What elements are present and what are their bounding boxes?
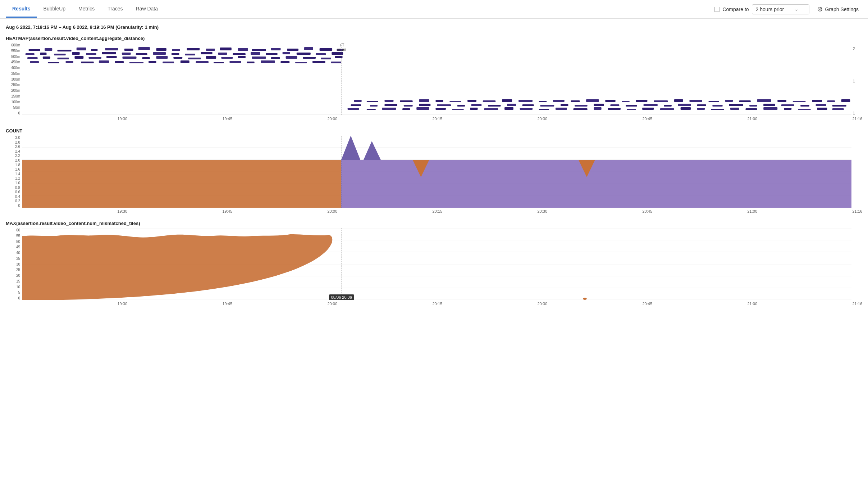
- tab-metrics[interactable]: Metrics: [72, 1, 101, 18]
- svg-rect-78: [295, 62, 307, 63]
- svg-rect-68: [129, 62, 143, 63]
- svg-rect-95: [586, 99, 599, 102]
- tab-rawdata[interactable]: Raw Data: [129, 1, 164, 18]
- svg-rect-50: [156, 56, 168, 59]
- svg-rect-23: [40, 53, 47, 55]
- svg-rect-151: [539, 109, 549, 110]
- svg-rect-54: [221, 57, 233, 59]
- svg-rect-26: [86, 53, 96, 55]
- gear-icon: [817, 6, 823, 12]
- svg-rect-100: [674, 99, 683, 102]
- svg-rect-96: [605, 100, 615, 102]
- svg-rect-80: [331, 62, 341, 63]
- tab-traces[interactable]: Traces: [101, 1, 129, 18]
- svg-rect-20: [320, 48, 332, 51]
- tab-bubbleup[interactable]: BubbleUp: [37, 1, 72, 18]
- main-content: Aug 6 2022, 7:19:16 PM – Aug 6 2022, 9:1…: [0, 19, 868, 306]
- svg-rect-150: [520, 108, 533, 110]
- max-dashed-line: [342, 228, 342, 300]
- svg-rect-156: [627, 109, 636, 110]
- svg-rect-111: [351, 104, 361, 106]
- heatmap-container: 600m 550m 500m 450m 400m 350m 300m 250m …: [6, 43, 862, 115]
- svg-rect-82: [367, 101, 378, 102]
- heatmap-legend-right: 2 1 1: [851, 43, 862, 115]
- svg-rect-48: [122, 57, 136, 59]
- svg-rect-132: [712, 105, 722, 107]
- graph-settings-button[interactable]: Graph Settings: [814, 4, 862, 14]
- svg-rect-107: [793, 101, 805, 102]
- svg-rect-84: [400, 100, 412, 102]
- svg-rect-52: [188, 58, 201, 59]
- svg-rect-166: [798, 109, 810, 110]
- chevron-down-icon: ⌵: [795, 7, 798, 12]
- svg-rect-154: [594, 107, 601, 110]
- svg-rect-81: [354, 100, 361, 102]
- svg-rect-116: [437, 104, 451, 106]
- svg-rect-31: [172, 53, 179, 55]
- max-title: MAX(assertion.result.video_content.num_m…: [6, 221, 862, 226]
- svg-rect-29: [136, 53, 147, 55]
- svg-rect-17: [271, 48, 281, 50]
- svg-rect-86: [435, 100, 443, 102]
- svg-rect-74: [230, 61, 241, 63]
- svg-rect-10: [156, 48, 166, 51]
- svg-rect-34: [218, 53, 227, 55]
- svg-point-191: [583, 298, 587, 300]
- svg-rect-37: [266, 53, 278, 55]
- svg-rect-14: [220, 48, 232, 50]
- svg-rect-12: [187, 48, 200, 50]
- svg-rect-152: [556, 108, 567, 110]
- count-section: COUNT 3.0 2.8 2.6 2.4 2.2 2.0 1.8 1.6 1.…: [6, 128, 862, 213]
- svg-rect-59: [303, 57, 315, 59]
- svg-rect-146: [452, 109, 464, 110]
- svg-rect-55: [238, 56, 246, 58]
- svg-rect-93: [553, 100, 565, 102]
- svg-rect-120: [507, 104, 516, 106]
- svg-rect-92: [539, 101, 547, 102]
- count-svg: [22, 136, 851, 208]
- svg-rect-75: [247, 62, 254, 63]
- tab-results[interactable]: Results: [6, 1, 37, 18]
- svg-rect-88: [467, 100, 476, 102]
- compare-dropdown[interactable]: 2 hours prior ⌵: [752, 4, 809, 14]
- date-range: Aug 6 2022, 7:19:16 PM – Aug 6 2022, 9:1…: [6, 24, 862, 30]
- svg-rect-122: [540, 105, 554, 107]
- svg-rect-83: [385, 100, 394, 102]
- svg-rect-4: [58, 50, 72, 51]
- svg-rect-121: [522, 104, 534, 106]
- svg-rect-5: [77, 48, 86, 50]
- heatmap-x-axis: 19:30 19:45 20:00 20:15 20:30 20:45 21:0…: [6, 115, 862, 121]
- svg-rect-165: [784, 108, 791, 110]
- heatmap-svg: [22, 43, 851, 115]
- svg-rect-99: [654, 100, 668, 102]
- svg-rect-117: [457, 105, 465, 107]
- svg-rect-161: [711, 109, 724, 110]
- svg-rect-129: [664, 105, 671, 107]
- svg-rect-123: [561, 104, 568, 106]
- svg-rect-53: [206, 56, 216, 59]
- svg-rect-22: [26, 53, 35, 55]
- nav-right: Compare to 2 hours prior ⌵ Graph Setting…: [714, 4, 862, 14]
- svg-rect-109: [827, 100, 835, 102]
- svg-rect-142: [382, 108, 396, 110]
- svg-rect-56: [252, 57, 266, 59]
- svg-rect-6: [91, 49, 98, 51]
- svg-rect-144: [416, 107, 429, 110]
- max-x-axis: 19:30 19:45 20:00 20:15 20:30 20:45 21:0…: [6, 300, 862, 306]
- nav-bar: Results BubbleUp Metrics Traces Raw Data…: [0, 0, 868, 19]
- compare-checkbox[interactable]: [714, 7, 719, 12]
- svg-rect-87: [449, 101, 461, 102]
- svg-rect-162: [730, 108, 739, 110]
- svg-rect-71: [181, 60, 189, 63]
- svg-rect-77: [280, 61, 289, 63]
- max-section: MAX(assertion.result.video_content.num_m…: [6, 221, 862, 306]
- max-y-axis: 60 55 50 45 40 35 30 25 20 15 10 5 0: [6, 228, 22, 300]
- svg-rect-137: [800, 105, 809, 107]
- svg-rect-155: [608, 108, 620, 110]
- svg-rect-57: [271, 57, 280, 59]
- svg-rect-153: [574, 108, 588, 110]
- svg-rect-70: [163, 62, 174, 63]
- svg-rect-108: [812, 100, 822, 102]
- svg-rect-177: [22, 160, 341, 208]
- count-right-padding: [851, 136, 862, 208]
